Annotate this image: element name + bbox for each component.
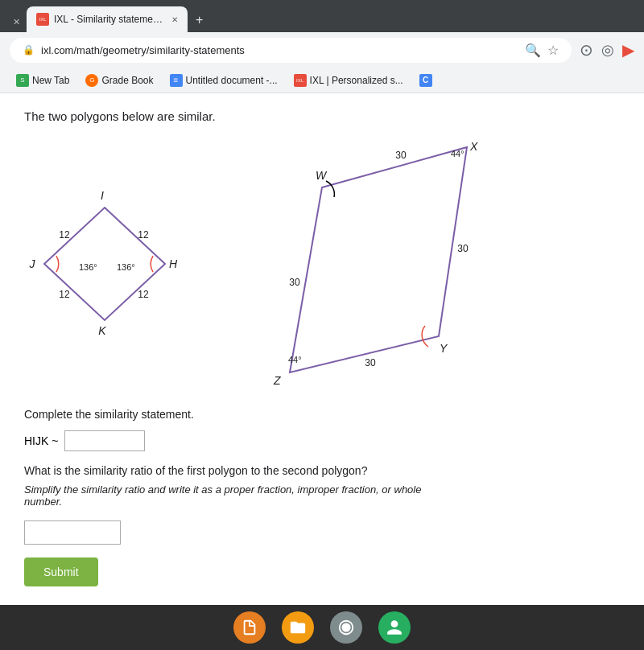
browser-chrome: ✕ IXL IXL - Similarity statements (Geon …: [0, 0, 644, 93]
new-tab-bm-icon: S: [16, 74, 29, 87]
bookmark-new-tab[interactable]: S New Tab: [10, 72, 76, 89]
tab-close-btn[interactable]: ✕: [171, 15, 178, 24]
address-right-icons: 🔍 ☆: [525, 43, 559, 58]
problem-instruction: The two polygons below are similar.: [24, 109, 620, 123]
vertex-K-label: K: [98, 324, 106, 337]
submit-button[interactable]: Submit: [24, 557, 98, 586]
bookmark-chrome[interactable]: C: [413, 72, 439, 89]
side-HK-label: 12: [138, 289, 149, 300]
ratio-input-area: Simplify the similarity ratio and write …: [24, 483, 620, 545]
similarity-prefix: HIJK ~: [24, 434, 58, 447]
taskbar-user-icon[interactable]: [378, 611, 411, 644]
vertex-Y-label: Y: [440, 342, 448, 355]
tab-ixl-active[interactable]: IXL IXL - Similarity statements (Geon ✕: [27, 6, 188, 32]
q1-label: Complete the similarity statement.: [24, 408, 620, 421]
new-tab-bm-label: New Tab: [32, 75, 69, 86]
bookmark-ixl-personalized[interactable]: IXL IXL | Personalized s...: [287, 72, 410, 89]
ixl-personalized-label: IXL | Personalized s...: [310, 75, 403, 86]
question-section: Complete the similarity statement. HIJK …: [24, 408, 620, 586]
angle-H-label: 136°: [117, 262, 135, 272]
vertex-X-label: X: [469, 140, 478, 153]
search-icon[interactable]: 🔍: [525, 43, 541, 58]
vertex-W-label: W: [316, 169, 328, 182]
taskbar: [0, 605, 644, 650]
page-content: The two polygons below are similar. I J …: [0, 93, 644, 605]
grade-book-label: Grade Book: [101, 75, 153, 86]
svg-marker-0: [44, 208, 165, 320]
lock-icon: 🔒: [23, 44, 35, 56]
side-XY-label: 30: [457, 243, 469, 254]
side-ZY-label: 30: [365, 357, 376, 368]
bookmark-grade-book[interactable]: G Grade Book: [79, 72, 159, 89]
similarity-answer-input[interactable]: [64, 430, 145, 451]
tab-closed: ✕: [6, 12, 27, 32]
address-text: ixl.com/math/geometry/similarity-stateme…: [41, 44, 245, 56]
similarity-statement-row: HIJK ~: [24, 430, 620, 451]
diagrams-container: I J H K 12 12 12 12 136° 136°: [24, 139, 620, 389]
bookmark-star-icon[interactable]: ☆: [547, 43, 559, 58]
polygon2-diagram: W X Y Z 30 30 30 30 44° 44°: [250, 139, 491, 389]
chrome-bm-icon: C: [419, 74, 432, 87]
angle-J-label: 136°: [79, 262, 97, 272]
ratio-answer-input[interactable]: [24, 520, 121, 545]
ratio-question-label: What is the similarity ratio of the firs…: [24, 464, 620, 477]
taskbar-files-icon[interactable]: [233, 611, 266, 644]
tab-bar: ✕ IXL IXL - Similarity statements (Geon …: [0, 0, 644, 32]
taskbar-settings-icon[interactable]: [330, 611, 362, 644]
angle-X-label: 44°: [451, 149, 464, 158]
untitled-doc-label: Untitled document -...: [186, 75, 278, 86]
side-WX-label: 30: [395, 150, 407, 161]
simplify-note: Simplify the similarity ratio and write …: [24, 483, 620, 508]
grade-book-icon: G: [85, 74, 98, 87]
address-bar: 🔒 ixl.com/math/geometry/similarity-state…: [0, 32, 644, 68]
untitled-doc-icon: ≡: [170, 74, 183, 87]
ixl-tab-favicon: IXL: [36, 13, 49, 26]
tab-label: IXL - Similarity statements (Geon: [54, 14, 167, 25]
side-IJ-label: 12: [59, 229, 70, 241]
side-JK-label: 12: [59, 289, 70, 300]
extension-icon[interactable]: ◎: [601, 41, 614, 59]
bookmarks-bar: S New Tab G Grade Book ≡ Untitled docume…: [0, 68, 644, 93]
side-WZ-label: 30: [289, 277, 300, 288]
tab-x-icon[interactable]: ✕: [13, 17, 20, 27]
ixl-bm-icon: IXL: [294, 74, 307, 87]
vertex-H-label: H: [169, 257, 178, 270]
vertex-I-label: I: [101, 189, 104, 202]
browser-menu-icon[interactable]: ▶: [622, 40, 634, 60]
taskbar-folder-icon[interactable]: [282, 611, 314, 644]
side-IH-label: 12: [138, 229, 149, 241]
bookmark-untitled-doc[interactable]: ≡ Untitled document -...: [163, 72, 284, 89]
vertex-J-label: J: [29, 257, 36, 270]
address-input-container[interactable]: 🔒 ixl.com/math/geometry/similarity-state…: [10, 38, 572, 63]
vpn-icon[interactable]: ⊙: [580, 40, 593, 60]
vertex-Z-label: Z: [273, 374, 281, 387]
angle-Z-label: 44°: [288, 355, 302, 364]
polygon1-diagram: I J H K 12 12 12 12 136° 136°: [24, 183, 201, 344]
new-tab-button[interactable]: +: [189, 8, 209, 32]
